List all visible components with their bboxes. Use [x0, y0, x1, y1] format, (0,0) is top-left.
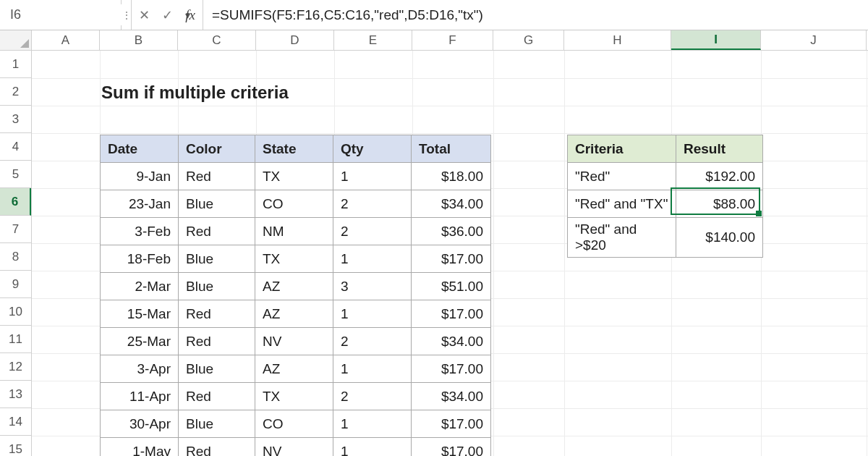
table-row[interactable]: "Red" and "TX"$88.00: [568, 190, 763, 218]
row-header-10[interactable]: 10: [0, 298, 31, 326]
formula-bar-resizer[interactable]: ⋮: [122, 0, 132, 30]
table-row[interactable]: 9-JanRedTX1$18.00: [101, 163, 491, 190]
column-header-H[interactable]: H: [564, 30, 671, 50]
column-header-C[interactable]: C: [178, 30, 256, 50]
row-header-11[interactable]: 11: [0, 326, 31, 353]
table-row[interactable]: 18-FebBlueTX1$17.00: [101, 245, 491, 273]
data-table-header: Date: [101, 135, 179, 163]
page-title: Sum if multiple criteria: [101, 83, 289, 103]
column-header-I[interactable]: I: [671, 30, 761, 50]
table-row[interactable]: 3-FebRedNM2$36.00: [101, 218, 491, 245]
row-header-8[interactable]: 8: [0, 243, 31, 271]
data-table-header: Color: [179, 135, 255, 163]
row-header-14[interactable]: 14: [0, 408, 31, 436]
fx-icon[interactable]: fx: [182, 7, 198, 23]
row-header-5[interactable]: 5: [0, 161, 31, 188]
enter-icon[interactable]: ✓: [159, 7, 175, 23]
row-header-2[interactable]: 2: [0, 78, 31, 106]
data-table-header: Qty: [333, 135, 412, 163]
row-header-13[interactable]: 13: [0, 381, 31, 408]
grid-canvas[interactable]: Sum if multiple criteria DateColorStateQ…: [32, 51, 868, 456]
cancel-icon[interactable]: ✕: [136, 7, 152, 23]
column-header-D[interactable]: D: [256, 30, 334, 50]
column-header-F[interactable]: F: [412, 30, 493, 50]
table-row[interactable]: 30-AprBlueCO1$17.00: [101, 410, 491, 438]
name-box-container: ▾: [0, 0, 122, 30]
row-header-4[interactable]: 4: [0, 133, 31, 161]
row-header-12[interactable]: 12: [0, 353, 31, 381]
table-row[interactable]: 1-MayRedNV1$17.00: [101, 438, 491, 457]
formula-input[interactable]: [203, 0, 868, 30]
table-row[interactable]: 15-MarRedAZ1$17.00: [101, 300, 491, 328]
table-row[interactable]: 3-AprBlueAZ1$17.00: [101, 355, 491, 383]
column-header-B[interactable]: B: [100, 30, 178, 50]
formula-bar-buttons: ✕ ✓ fx: [132, 0, 203, 30]
table-row[interactable]: 11-AprRedTX2$34.00: [101, 383, 491, 410]
row-header-15[interactable]: 15: [0, 436, 31, 456]
table-row[interactable]: 2-MarBlueAZ3$51.00: [101, 273, 491, 300]
data-table-header: Total: [412, 135, 491, 163]
column-header-E[interactable]: E: [334, 30, 412, 50]
column-headers: ABCDEFGHIJ: [0, 30, 868, 51]
row-header-7[interactable]: 7: [0, 216, 31, 243]
table-row[interactable]: "Red"$192.00: [568, 163, 763, 190]
criteria-table-header: Result: [676, 135, 763, 163]
row-header-1[interactable]: 1: [0, 51, 31, 78]
select-all-corner[interactable]: [0, 30, 32, 50]
column-header-A[interactable]: A: [32, 30, 100, 50]
table-row[interactable]: "Red" and >$20$140.00: [568, 218, 763, 258]
column-header-J[interactable]: J: [761, 30, 867, 50]
criteria-table-header: Criteria: [568, 135, 676, 163]
formula-bar: ▾ ⋮ ✕ ✓ fx: [0, 0, 868, 30]
table-row[interactable]: 25-MarRedNV2$34.00: [101, 328, 491, 355]
row-headers: 123456789101112131415: [0, 51, 32, 456]
criteria-table: CriteriaResult "Red"$192.00"Red" and "TX…: [567, 135, 763, 258]
table-row[interactable]: 23-JanBlueCO2$34.00: [101, 190, 491, 218]
row-header-6[interactable]: 6: [0, 188, 31, 216]
column-header-G[interactable]: G: [493, 30, 564, 50]
data-table: DateColorStateQtyTotal 9-JanRedTX1$18.00…: [100, 135, 491, 456]
row-header-9[interactable]: 9: [0, 271, 31, 298]
data-table-header: State: [255, 135, 333, 163]
row-header-3[interactable]: 3: [0, 106, 31, 133]
